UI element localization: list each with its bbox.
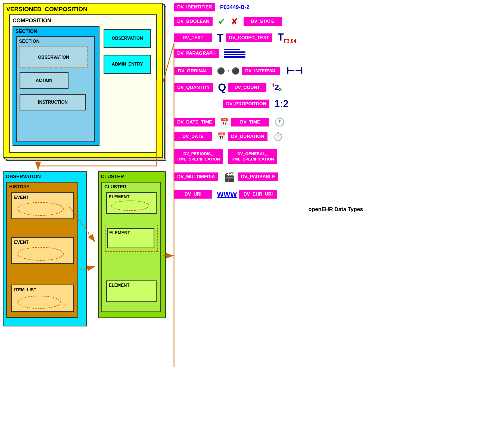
element-label-1: ELEMENT bbox=[109, 195, 129, 199]
dv-count-icon: 123 bbox=[272, 82, 282, 93]
dv-date-time-badge: DV_DATE_TIME bbox=[174, 118, 215, 126]
dv-ehr-uri-badge: DV_EHR_URI bbox=[239, 190, 277, 199]
observation-right-box: OBSERVATION bbox=[104, 29, 151, 48]
dv-text-badge: DV_TEXT bbox=[174, 33, 212, 42]
element-box-3: ELEMENT bbox=[106, 280, 157, 302]
dv-time-badge: DV_TIME bbox=[231, 118, 269, 126]
dv-date-time-icon: 📅 bbox=[220, 118, 229, 126]
observation-dashed-box: OBSERVATION bbox=[20, 47, 88, 68]
dv-periodic-row: DV_PERIODIC_ TIME_SPECIFICATION DV_GENER… bbox=[174, 149, 497, 164]
dv-text-icon: T bbox=[217, 32, 223, 44]
composition-label: COMPOSITION bbox=[13, 17, 51, 24]
dv-parsable-badge: DV_PARSABLE bbox=[238, 172, 278, 181]
history-box: HISTORY EVENT EVENT ITEM_LIST bbox=[6, 182, 78, 318]
dv-boolean-row: DV_BOOLEAN ✔ ✘ DV_STATE bbox=[174, 16, 497, 27]
dv-uri-badge: DV_URI bbox=[174, 190, 212, 199]
event-label-2: EVENT bbox=[14, 240, 29, 245]
observation-dashed-label: OBSERVATION bbox=[38, 55, 69, 60]
dv-duration-icon: ⏱️ bbox=[273, 132, 283, 141]
para-line-2 bbox=[224, 51, 245, 53]
dv-paragraph-icon bbox=[224, 49, 245, 58]
dv-identifier-value: P03449-B-2 bbox=[220, 4, 250, 10]
para-line-4 bbox=[224, 56, 245, 58]
dv-multimedia-badge: DV_MULTIMEDIA bbox=[174, 172, 218, 181]
dv-proportion-badge: DV_PROPORTION bbox=[223, 100, 269, 108]
dv-ordinal-badge: DV_ORDINAL bbox=[174, 67, 212, 75]
cluster-inner-box: CLUSTER ELEMENT ELEMENT ELEMENT bbox=[101, 182, 161, 312]
event-dashed-2 bbox=[17, 247, 64, 261]
element-box-1: ELEMENT bbox=[106, 192, 157, 214]
element-label-2: ELEMENT bbox=[109, 230, 130, 235]
admin-entry-box: ADMIN_ENTRY bbox=[104, 55, 151, 74]
dv-multimedia-row: DV_MULTIMEDIA 🎬 DV_PARSABLE bbox=[174, 171, 497, 182]
action-box: ACTION bbox=[20, 72, 69, 89]
dv-ordinal-icon: ⚫・⚫ bbox=[217, 67, 240, 75]
dv-quantity-badge: DV_QUANTITY bbox=[174, 83, 213, 92]
dv-state-badge: DV_STATE bbox=[244, 17, 282, 26]
dv-date-badge: DV_DATE bbox=[174, 132, 212, 141]
dv-identifier-badge: DV_IDENTIFIER bbox=[174, 3, 215, 11]
observation-right-label: OBSERVATION bbox=[112, 36, 143, 41]
section-outer-label: SECTION bbox=[15, 29, 37, 34]
history-label: HISTORY bbox=[9, 184, 30, 190]
right-panel: DV_IDENTIFIER P03449-B-2 DV_BOOLEAN ✔ ✘ … bbox=[174, 3, 497, 212]
dv-ordinal-row: DV_ORDINAL ⚫・⚫ DV_INTERVAL ⊢⊣ bbox=[174, 65, 497, 77]
para-line-1 bbox=[224, 49, 240, 50]
dv-quantity-row: DV_QUANTITY Q DV_COUNT 123 bbox=[174, 82, 497, 93]
item-list-box: ITEM_LIST bbox=[11, 285, 74, 312]
versioned-composition-label: VERSIONED_COMPOSITION bbox=[6, 6, 87, 13]
element-box-2: ELEMENT bbox=[107, 228, 154, 248]
composition-box: COMPOSITION SECTION SECTION OBSERVATION … bbox=[9, 14, 157, 153]
event-dashed-1 bbox=[17, 202, 64, 216]
dv-paragraph-row: DV_PARAGRAPH bbox=[174, 49, 497, 58]
section-outer-box: SECTION SECTION OBSERVATION ACTION INSTR… bbox=[13, 26, 99, 146]
cluster-outer-box: CLUSTER CLUSTER ELEMENT ELEMENT ELEMENT bbox=[98, 171, 166, 318]
dv-uri-www-icon: WWW bbox=[217, 190, 237, 199]
boolean-checkx-icon: ✔ bbox=[218, 16, 225, 27]
dv-general-time-spec-badge: DV_GENERAL_ TIME_SPECIFICATION bbox=[228, 149, 277, 164]
dv-interval-badge: DV_INTERVAL bbox=[242, 67, 280, 75]
dv-interval-icon: ⊢⊣ bbox=[286, 65, 303, 77]
action-label: ACTION bbox=[36, 78, 52, 83]
element-dashed-1 bbox=[111, 200, 149, 211]
dv-date-time-row: DV_DATE_TIME 📅 DV_TIME 🕐 bbox=[174, 117, 497, 127]
event-box-2: EVENT bbox=[11, 237, 74, 264]
versioned-composition-box: VERSIONED_COMPOSITION COMPOSITION SECTIO… bbox=[3, 3, 163, 158]
dv-multimedia-icon: 🎬 bbox=[224, 171, 235, 182]
dv-periodic-time-spec-badge: DV_PERIODIC_ TIME_SPECIFICATION bbox=[174, 149, 223, 164]
dv-time-icon: 🕐 bbox=[275, 117, 285, 127]
section-inner-label: SECTION bbox=[19, 39, 40, 44]
dv-count-badge: DV_COUNT bbox=[228, 83, 266, 92]
dv-duration-badge: DV_DURATION bbox=[228, 132, 267, 141]
dv-proportion-row: DV_PROPORTION 1:2 bbox=[174, 98, 497, 110]
para-line-3 bbox=[224, 54, 245, 55]
dv-paragraph-badge: DV_PARAGRAPH bbox=[174, 49, 219, 58]
left-panel: VERSIONED_COMPOSITION COMPOSITION SECTIO… bbox=[3, 3, 171, 424]
instruction-label: INSTRUCTION bbox=[38, 100, 68, 105]
dv-uri-row: DV_URI WWW DV_EHR_URI bbox=[174, 190, 497, 199]
event-box-1: EVENT bbox=[11, 192, 74, 219]
instruction-box: INSTRUCTION bbox=[20, 94, 86, 110]
item-list-dashed bbox=[17, 296, 61, 309]
observation-bottom-label: OBSERVATION bbox=[6, 174, 41, 180]
dv-proportion-icon: 1:2 bbox=[274, 98, 288, 110]
cluster-inner-label: CLUSTER bbox=[104, 184, 126, 190]
admin-entry-label: ADMIN_ENTRY bbox=[112, 62, 143, 67]
element-2-outer-dashed: ELEMENT bbox=[105, 225, 158, 252]
dv-boolean-badge: DV_BOOLEAN bbox=[174, 17, 213, 26]
caption: openEHR Data Types bbox=[174, 206, 497, 212]
boolean-x-icon: ✘ bbox=[231, 16, 238, 27]
item-list-label: ITEM_LIST bbox=[14, 288, 36, 292]
section-inner-box: SECTION OBSERVATION ACTION INSTRUCTION bbox=[16, 36, 95, 142]
dv-coded-text-icon: TF3.04 bbox=[278, 32, 296, 44]
dv-quantity-icon: Q bbox=[218, 82, 226, 93]
event-label-1: EVENT bbox=[14, 195, 29, 200]
cluster-outer-label: CLUSTER bbox=[101, 174, 124, 180]
dv-date-icon: 📅 bbox=[217, 132, 226, 141]
element-label-3: ELEMENT bbox=[109, 283, 129, 288]
dv-text-row: DV_TEXT T DV_CODED_TEXT TF3.04 bbox=[174, 32, 497, 44]
dv-identifier-row: DV_IDENTIFIER P03449-B-2 bbox=[174, 3, 497, 11]
dv-coded-text-badge: DV_CODED_TEXT bbox=[226, 33, 272, 42]
observation-bottom-box: OBSERVATION HISTORY EVENT EVENT ITEM_LIS… bbox=[3, 171, 87, 326]
dv-date-row: DV_DATE 📅 DV_DURATION ⏱️ bbox=[174, 132, 497, 141]
